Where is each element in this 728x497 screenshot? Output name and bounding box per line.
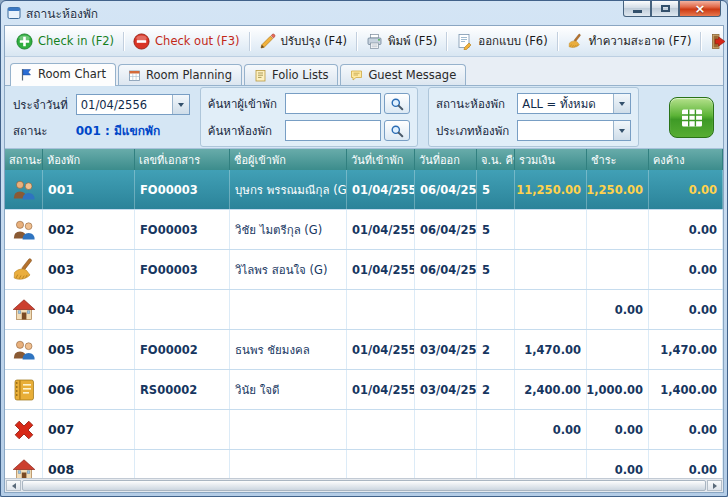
scrollbar-thumb[interactable] bbox=[22, 480, 706, 491]
checkout-date-cell bbox=[415, 450, 477, 478]
maximize-button[interactable] bbox=[651, 1, 679, 17]
table-row[interactable]: 003 FO00003 วิไลพร สอนใจ (G) 01/04/2556 … bbox=[5, 250, 723, 290]
room-type-label: ประเภทห้องพัก bbox=[436, 122, 509, 140]
column-header-5[interactable]: วันที่ออก bbox=[415, 149, 477, 170]
table-row[interactable]: 004 0.00 0.00 bbox=[5, 290, 723, 330]
exit-button[interactable]: ออก (F9) bbox=[702, 29, 728, 53]
date-status-group: ประจำวันที่ 01/04/2556 สถานะ 001 : มีแขก… bbox=[13, 94, 190, 140]
checkin-date-cell: 01/04/2556 bbox=[347, 250, 415, 289]
column-header-8[interactable]: ชำระ bbox=[587, 149, 649, 170]
guest-name-cell bbox=[230, 450, 347, 478]
scroll-left-button[interactable] bbox=[6, 480, 21, 491]
search-room-button[interactable] bbox=[384, 120, 410, 141]
table-row[interactable]: 005 FO00002 ธนพร ชัยมงคล 01/04/2556 03/0… bbox=[5, 330, 723, 370]
guest-name-cell: วินัย ใจดี bbox=[230, 370, 347, 409]
column-header-9[interactable]: คงค้าง bbox=[649, 149, 723, 170]
table-row[interactable]: 002 FO00003 วิชัย ไมตรีกุล (G) 01/04/255… bbox=[5, 210, 723, 250]
dropdown-arrow-icon[interactable] bbox=[172, 95, 189, 114]
room-number-cell: 002 bbox=[43, 210, 135, 249]
search-guest-input[interactable] bbox=[285, 93, 381, 114]
guest-name-cell: บุษกร พรรณมณีกุล (G) bbox=[230, 170, 347, 209]
table-row[interactable]: 001 FO00003 บุษกร พรรณมณีกุล (G) 01/04/2… bbox=[5, 170, 723, 210]
search-icon bbox=[390, 124, 404, 138]
search-guest-button[interactable] bbox=[384, 93, 410, 114]
room-number-cell: 004 bbox=[43, 290, 135, 329]
column-header-1[interactable]: ห้องพัก bbox=[43, 149, 135, 170]
table-row[interactable]: 007 0.00 0.00 0.00 bbox=[5, 410, 723, 450]
update-button[interactable]: ปรับปรุง (F4) bbox=[251, 29, 355, 53]
room-filter-group: สถานะห้องพัก ALL = ทั้งหมด ประเภทห้องพัก bbox=[428, 87, 639, 147]
check-out-label: Check out (F3) bbox=[155, 34, 239, 48]
toolbar-separator bbox=[557, 32, 558, 51]
total-amount-cell bbox=[515, 290, 587, 329]
paid-amount-cell: 0.00 bbox=[587, 290, 649, 329]
date-combobox[interactable]: 01/04/2556 bbox=[76, 94, 190, 115]
tab-folio-lists-label: Folio Lists bbox=[272, 68, 328, 82]
total-amount-cell bbox=[515, 250, 587, 289]
table-row[interactable]: 006 RS00002 วินัย ใจดี 01/04/2556 03/04/… bbox=[5, 370, 723, 410]
guest-name-cell: วิไลพร สอนใจ (G) bbox=[230, 250, 347, 289]
minimize-button[interactable] bbox=[623, 1, 651, 17]
checkin-date-cell: 01/04/2556 bbox=[347, 170, 415, 209]
document-no-cell: FO00003 bbox=[135, 210, 230, 249]
checkout-date-cell: 03/04/2556 bbox=[415, 370, 477, 409]
toolbar-separator bbox=[356, 32, 357, 51]
room-status-label: สถานะห้องพัก bbox=[436, 95, 509, 113]
scroll-right-button[interactable] bbox=[707, 480, 722, 491]
search-group: ค้นหาผู้เข้าพัก ค้นหาห้องพัก bbox=[200, 87, 418, 147]
document-no-cell bbox=[135, 290, 230, 329]
tab-guest-message[interactable]: Guest Message bbox=[340, 64, 466, 85]
close-button[interactable]: × bbox=[679, 1, 721, 17]
check-in-plus-icon bbox=[16, 33, 33, 50]
room-status-combobox[interactable]: ALL = ทั้งหมด bbox=[517, 93, 631, 114]
guest-name-cell: วิชัย ไมตรีกุล (G) bbox=[230, 210, 347, 249]
total-amount-cell: 0.00 bbox=[515, 410, 587, 449]
checkin-date-cell: 01/04/2556 bbox=[347, 330, 415, 369]
checkout-date-cell: 06/04/2556 bbox=[415, 170, 477, 209]
vacant-icon bbox=[11, 457, 37, 479]
tab-room-planning[interactable]: Room Planning bbox=[118, 64, 242, 85]
grid-header: สถานะห้องพักเลขที่เอกสารชื่อผู้เข้าพักวั… bbox=[5, 149, 723, 170]
horizontal-scrollbar[interactable] bbox=[5, 478, 723, 492]
message-icon bbox=[350, 69, 363, 82]
check-in-button[interactable]: Check in (F2) bbox=[8, 30, 122, 53]
document-no-cell: RS00002 bbox=[135, 370, 230, 409]
dropdown-arrow-icon[interactable] bbox=[613, 121, 630, 140]
toolbar: Check in (F2) Check out (F3) ปรับปรุง (F bbox=[5, 26, 723, 57]
total-amount-cell bbox=[515, 450, 587, 478]
nights-cell: 2 bbox=[477, 370, 515, 409]
room-status-cell bbox=[5, 210, 43, 249]
room-type-combobox[interactable] bbox=[517, 120, 631, 141]
cleaning-button[interactable]: ทำความสะอาด (F7) bbox=[559, 29, 700, 53]
column-header-0[interactable]: สถานะ bbox=[5, 149, 43, 170]
paid-amount-cell: 0.00 bbox=[587, 410, 649, 449]
search-room-input[interactable] bbox=[285, 120, 381, 141]
nights-cell bbox=[477, 290, 515, 329]
paid-amount-cell bbox=[587, 250, 649, 289]
room-grid-view-button[interactable] bbox=[669, 97, 714, 138]
column-header-3[interactable]: ชื่อผู้เข้าพัก bbox=[230, 149, 347, 170]
balance-amount-cell: 0.00 bbox=[649, 210, 723, 249]
checkin-date-cell bbox=[347, 450, 415, 478]
tab-room-chart[interactable]: Room Chart bbox=[10, 63, 116, 86]
status-label: สถานะ bbox=[13, 122, 68, 140]
print-button[interactable]: พิมพ์ (F5) bbox=[358, 29, 445, 53]
column-header-7[interactable]: รวมเงิน bbox=[515, 149, 587, 170]
paid-amount-cell: 0.00 bbox=[587, 450, 649, 478]
scroll-right-icon bbox=[713, 483, 720, 489]
column-header-4[interactable]: วันที่เข้าพัก bbox=[347, 149, 415, 170]
table-row[interactable]: 008 0.00 0.00 bbox=[5, 450, 723, 478]
room-number-cell: 006 bbox=[43, 370, 135, 409]
balance-amount-cell: 0.00 bbox=[649, 170, 723, 209]
design-button[interactable]: ออกแบบ (F6) bbox=[448, 29, 555, 53]
dropdown-arrow-icon[interactable] bbox=[613, 94, 630, 113]
cleaning-icon bbox=[11, 257, 37, 283]
column-header-2[interactable]: เลขที่เอกสาร bbox=[135, 149, 230, 170]
room-status-cell bbox=[5, 170, 43, 209]
check-out-button[interactable]: Check out (F3) bbox=[125, 30, 247, 53]
toolbar-separator bbox=[123, 32, 124, 51]
occupied-icon bbox=[11, 177, 37, 203]
column-header-6[interactable]: จ.น. คืน bbox=[477, 149, 515, 170]
balance-amount-cell: 0.00 bbox=[649, 410, 723, 449]
tab-folio-lists[interactable]: Folio Lists bbox=[244, 64, 338, 85]
